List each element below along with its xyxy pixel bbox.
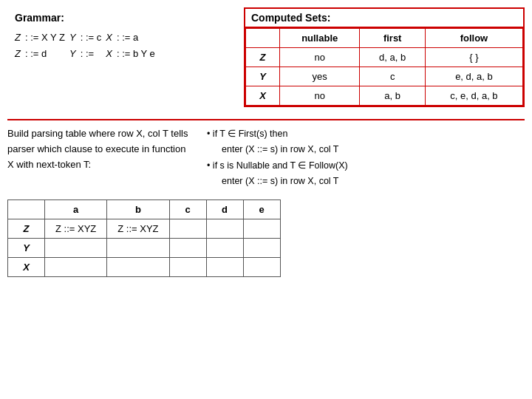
table-row: Znod, a, b{ }: [246, 48, 523, 67]
parse-cell-e: [243, 219, 280, 239]
cs-cell-follow: c, e, d, a, b: [425, 86, 522, 106]
parse-cell-a: [45, 239, 107, 258]
cs-col-nullable: nullable: [279, 29, 360, 48]
parse-cell-b: [107, 258, 169, 277]
parse-cell-symbol: Y: [8, 239, 45, 258]
grammar-title: Grammar:: [15, 12, 222, 24]
cs-col-symbol: [246, 29, 280, 48]
build-text: Build parsing table where row X, col T t…: [7, 126, 192, 189]
parse-cell-c: [169, 219, 206, 239]
parse-cell-e: [243, 258, 280, 277]
rules-text: • if T ∈ First(s) then enter (X ::= s) i…: [207, 126, 525, 189]
parse-table-wrapper: abcde ZZ ::= XYZZ ::= XYZYX: [7, 200, 525, 277]
table-row: Yyesce, d, a, b: [246, 67, 523, 86]
parse-cell-b: [107, 239, 169, 258]
parse-cell-a: [45, 258, 107, 277]
parse-cell-c: [169, 239, 206, 258]
table-row: Xnoa, bc, e, d, a, b: [246, 86, 523, 106]
middle-section: Build parsing table where row X, col T t…: [7, 126, 525, 189]
parse-cell-symbol: X: [8, 258, 45, 277]
cs-cell-nullable: yes: [279, 67, 360, 86]
grammar-box: Grammar: Z : := X Y Z Y : := c X : := a …: [7, 7, 229, 107]
parse-cell-d: [206, 239, 243, 258]
cs-cell-first: d, a, b: [360, 48, 425, 67]
computed-sets-table: nullable first follow Znod, a, b{ }Yyesc…: [245, 28, 523, 106]
rule2-pre: • if s is Nullable and T ∈ Follow(X): [207, 158, 525, 174]
computed-sets-box: Computed Sets: nullable first follow Zno…: [244, 7, 525, 107]
top-section: Grammar: Z : := X Y Z Y : := c X : := a …: [7, 7, 525, 107]
parse-cell-b: Z ::= XYZ: [107, 219, 169, 239]
cs-cell-symbol: Y: [246, 67, 280, 86]
rule1-pre: • if T ∈ First(s) then: [207, 126, 525, 142]
cs-cell-nullable: no: [279, 48, 360, 67]
cs-cell-symbol: Z: [246, 48, 280, 67]
table-row: Y: [8, 239, 281, 258]
parse-col-header: a: [45, 200, 107, 219]
cs-cell-first: c: [360, 67, 425, 86]
rule2-body: enter (X ::= s) in row X, col T: [222, 174, 525, 189]
parse-cell-a: Z ::= XYZ: [45, 219, 107, 239]
cs-cell-follow: e, d, a, b: [425, 67, 522, 86]
parse-cell-c: [169, 258, 206, 277]
separator: [7, 119, 525, 120]
cs-cell-nullable: no: [279, 86, 360, 106]
parse-cell-symbol: Z: [8, 219, 45, 239]
parse-table: abcde ZZ ::= XYZZ ::= XYZYX: [7, 200, 281, 277]
cs-col-first: first: [360, 29, 425, 48]
parse-cell-d: [206, 219, 243, 239]
cs-cell-symbol: X: [246, 86, 280, 106]
cs-col-follow: follow: [425, 29, 522, 48]
cs-cell-first: a, b: [360, 86, 425, 106]
parse-col-header: b: [107, 200, 169, 219]
parse-col-header: d: [206, 200, 243, 219]
parse-col-header: [8, 200, 45, 219]
parse-cell-e: [243, 239, 280, 258]
table-row: X: [8, 258, 281, 277]
table-row: ZZ ::= XYZZ ::= XYZ: [8, 219, 281, 239]
grammar-content: Z : := X Y Z Y : := c X : := a Z : := d …: [15, 30, 222, 62]
parse-col-header: e: [243, 200, 280, 219]
rule1-body: enter (X ::= s) in row X, col T: [222, 142, 525, 157]
parse-cell-d: [206, 258, 243, 277]
cs-cell-follow: { }: [425, 48, 522, 67]
cs-title: Computed Sets:: [245, 9, 523, 28]
parse-col-header: c: [169, 200, 206, 219]
